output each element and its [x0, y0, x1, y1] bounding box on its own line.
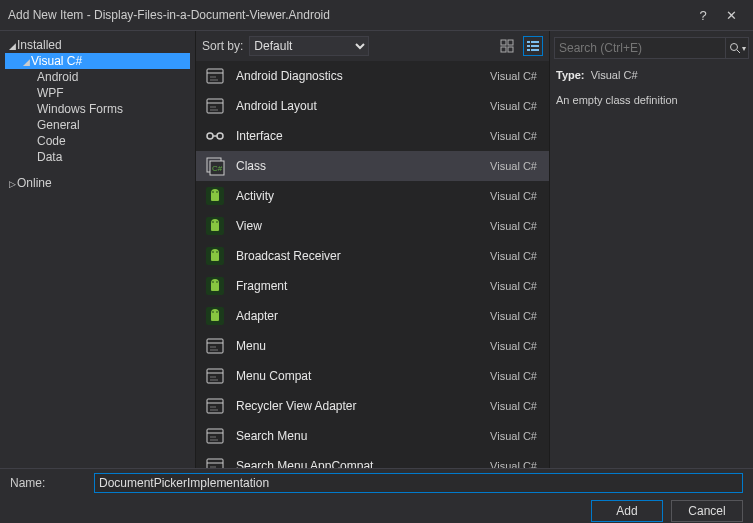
tree-node-child[interactable]: Windows Forms	[5, 101, 190, 117]
list-icon	[526, 39, 540, 53]
category-tree: ◢Installed ◢Visual C# AndroidWPFWindows …	[0, 31, 195, 468]
svg-rect-7	[531, 45, 539, 47]
tree-node-child[interactable]: Android	[5, 69, 190, 85]
template-item[interactable]: Android LayoutVisual C#	[196, 91, 549, 121]
help-button[interactable]: ?	[689, 4, 717, 26]
template-item-lang: Visual C#	[490, 70, 541, 82]
class-icon: C#	[204, 155, 226, 177]
template-item[interactable]: AdapterVisual C#	[196, 301, 549, 331]
form-icon	[204, 365, 226, 387]
template-item[interactable]: Search MenuVisual C#	[196, 421, 549, 451]
template-item-lang: Visual C#	[490, 340, 541, 352]
template-toolbar: Sort by: Default	[196, 31, 549, 61]
form-icon	[204, 425, 226, 447]
svg-text:C#: C#	[212, 164, 223, 173]
svg-rect-61	[207, 429, 223, 443]
svg-rect-4	[527, 41, 530, 43]
template-item-name: Adapter	[236, 309, 480, 323]
details-panel: ▾ Type: Visual C# An empty class definit…	[550, 31, 753, 468]
svg-point-28	[216, 191, 218, 193]
android-icon	[204, 245, 226, 267]
svg-rect-10	[207, 69, 223, 83]
template-item-name: View	[236, 219, 480, 233]
dialog-footer: Add Cancel	[0, 497, 753, 523]
android-icon	[204, 275, 226, 297]
tree-node-child[interactable]: WPF	[5, 85, 190, 101]
name-input[interactable]	[94, 473, 743, 493]
svg-rect-41	[211, 283, 219, 291]
tree-node-child[interactable]: Code	[5, 133, 190, 149]
template-item-lang: Visual C#	[490, 400, 541, 412]
svg-rect-3	[508, 47, 513, 52]
svg-rect-1	[508, 40, 513, 45]
search-icon	[729, 42, 741, 54]
search-button[interactable]: ▾	[726, 37, 749, 59]
svg-rect-0	[501, 40, 506, 45]
svg-rect-57	[207, 399, 223, 413]
name-row: Name:	[0, 469, 753, 497]
svg-rect-8	[527, 49, 530, 51]
template-item-lang: Visual C#	[490, 250, 541, 262]
template-item-lang: Visual C#	[490, 310, 541, 322]
tree-node-online[interactable]: ▷Online	[5, 175, 190, 191]
tree-node-installed[interactable]: ◢Installed	[5, 37, 190, 53]
template-item[interactable]: FragmentVisual C#	[196, 271, 549, 301]
template-list[interactable]: Android DiagnosticsVisual C#Android Layo…	[196, 61, 549, 468]
template-item-lang: Visual C#	[490, 280, 541, 292]
template-item[interactable]: Android DiagnosticsVisual C#	[196, 61, 549, 91]
window-title: Add New Item - Display-Files-in-a-Docume…	[8, 8, 689, 22]
cancel-button[interactable]: Cancel	[671, 500, 743, 522]
add-button[interactable]: Add	[591, 500, 663, 522]
template-item-name: Activity	[236, 189, 480, 203]
template-item[interactable]: Search Menu AppCompatVisual C#	[196, 451, 549, 468]
template-item[interactable]: InterfaceVisual C#	[196, 121, 549, 151]
template-item-lang: Visual C#	[490, 370, 541, 382]
svg-rect-14	[207, 99, 223, 113]
template-item[interactable]: Menu CompatVisual C#	[196, 361, 549, 391]
template-item[interactable]: Broadcast ReceiverVisual C#	[196, 241, 549, 271]
template-description-type: Type: Visual C#	[554, 63, 749, 88]
template-item-name: Recycler View Adapter	[236, 399, 480, 413]
tree-node-child[interactable]: Data	[5, 149, 190, 165]
template-item[interactable]: ViewVisual C#	[196, 211, 549, 241]
template-item[interactable]: Recycler View AdapterVisual C#	[196, 391, 549, 421]
template-item[interactable]: C#ClassVisual C#	[196, 151, 549, 181]
template-item-name: Search Menu	[236, 429, 480, 443]
svg-point-27	[212, 191, 214, 193]
search-input[interactable]	[554, 37, 726, 59]
svg-point-19	[217, 133, 223, 139]
template-item-lang: Visual C#	[490, 430, 541, 442]
view-medium-icons-button[interactable]	[497, 36, 517, 56]
view-small-icons-button[interactable]	[523, 36, 543, 56]
template-panel: Sort by: Default Android DiagnosticsVisu…	[195, 31, 550, 468]
svg-rect-46	[211, 313, 219, 321]
template-item-name: Android Layout	[236, 99, 480, 113]
template-item[interactable]: MenuVisual C#	[196, 331, 549, 361]
svg-point-32	[212, 221, 214, 223]
sortby-select[interactable]: Default	[249, 36, 369, 56]
template-item-name: Menu Compat	[236, 369, 480, 383]
svg-point-48	[216, 311, 218, 313]
chevron-down-icon: ▾	[742, 44, 746, 53]
svg-rect-31	[211, 223, 219, 231]
svg-rect-6	[527, 45, 530, 47]
close-button[interactable]: ✕	[717, 4, 745, 26]
template-item-lang: Visual C#	[490, 220, 541, 232]
tree-node-visual-csharp[interactable]: ◢Visual C#	[5, 53, 190, 69]
form-icon	[204, 95, 226, 117]
android-icon	[204, 215, 226, 237]
template-item-name: Menu	[236, 339, 480, 353]
svg-rect-53	[207, 369, 223, 383]
tree-node-child[interactable]: General	[5, 117, 190, 133]
svg-point-18	[207, 133, 213, 139]
template-item-name: Android Diagnostics	[236, 69, 480, 83]
svg-line-70	[737, 50, 740, 53]
svg-point-37	[212, 251, 214, 253]
titlebar: Add New Item - Display-Files-in-a-Docume…	[0, 0, 753, 31]
template-item[interactable]: ActivityVisual C#	[196, 181, 549, 211]
template-item-name: Fragment	[236, 279, 480, 293]
android-icon	[204, 305, 226, 327]
svg-point-33	[216, 221, 218, 223]
svg-rect-9	[531, 49, 539, 51]
form-icon	[204, 335, 226, 357]
